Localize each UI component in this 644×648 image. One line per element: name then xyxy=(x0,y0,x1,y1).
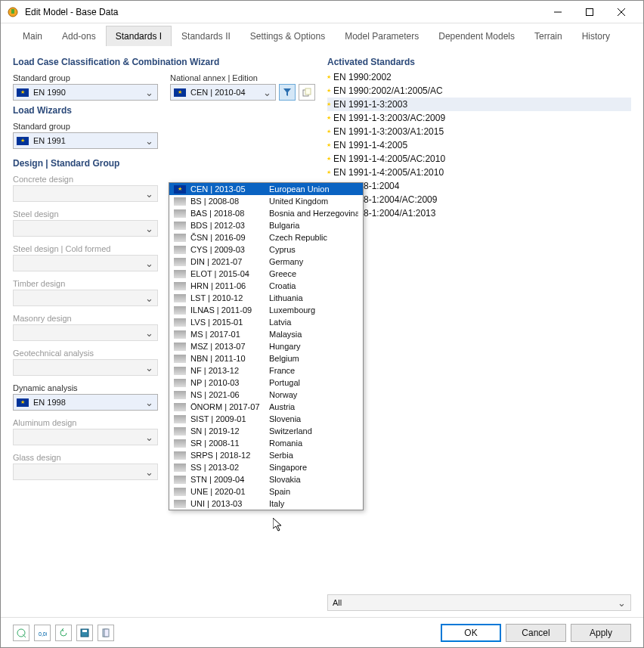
cancel-button[interactable]: Cancel xyxy=(506,624,566,642)
dropdown-item[interactable]: ILNAS | 2011-09Luxembourg xyxy=(169,304,363,316)
design-group-label: Geotechnical analysis xyxy=(13,349,158,358)
activated-standard-item[interactable]: EN 1998-1:2004/AC:2009 xyxy=(327,193,631,206)
minimize-button[interactable] xyxy=(542,1,574,23)
tab-add-ons[interactable]: Add-ons xyxy=(52,26,106,46)
flag-icon xyxy=(174,222,186,230)
tab-main[interactable]: Main xyxy=(13,26,52,46)
activated-standard-item[interactable]: EN 1991-1-3:2003 xyxy=(327,98,631,111)
close-button[interactable] xyxy=(605,1,637,23)
dropdown-item[interactable]: BS | 2008-08United Kingdom xyxy=(169,195,363,207)
dropdown-item[interactable]: SIST | 2009-01Slovenia xyxy=(169,413,363,425)
ok-button[interactable]: OK xyxy=(441,624,501,642)
maximize-button[interactable] xyxy=(574,1,605,23)
chevron-down-icon: ⌄ xyxy=(144,87,154,98)
dropdown-item[interactable]: SR | 2008-11Romania xyxy=(169,437,363,449)
dropdown-item[interactable]: SS | 2013-02Singapore xyxy=(169,461,363,473)
design-group-label: Masonry design xyxy=(13,314,158,323)
dropdown-item[interactable]: UNE | 2020-01Spain xyxy=(169,485,363,498)
annex-dropdown-popup[interactable]: CEN | 2013-05European UnionBS | 2008-08U… xyxy=(169,182,364,510)
dropdown-item[interactable]: BAS | 2018-08Bosnia and Herzegovina xyxy=(169,207,363,219)
tab-model-parameters[interactable]: Model Parameters xyxy=(335,26,429,46)
tab-settings-options[interactable]: Settings & Options xyxy=(240,26,335,46)
eu-flag-icon xyxy=(17,137,29,145)
copy-button[interactable] xyxy=(299,84,315,101)
tab-terrain[interactable]: Terrain xyxy=(525,26,572,46)
eu-flag-icon xyxy=(17,88,29,97)
activated-standard-item[interactable]: EN 1991-1-4:2005/A1:2010 xyxy=(327,166,631,179)
design-group-combo: ⌄ xyxy=(13,290,158,306)
flag-icon xyxy=(174,451,186,460)
chevron-down-icon: ⌄ xyxy=(144,362,154,374)
svg-text:0,00: 0,00 xyxy=(39,631,47,637)
tab-standards-i[interactable]: Standards I xyxy=(106,26,172,46)
dropdown-item[interactable]: CEN | 2013-05European Union xyxy=(169,183,363,195)
lw-standard-combo[interactable]: EN 1991 ⌄ xyxy=(13,132,158,149)
dropdown-item[interactable]: BDS | 2012-03Bulgaria xyxy=(169,219,363,231)
dropdown-item[interactable]: UNI | 2013-03Italy xyxy=(169,498,363,510)
activated-standard-item[interactable]: EN 1990:2002 xyxy=(327,70,631,84)
flag-icon xyxy=(174,330,186,339)
dropdown-item[interactable]: NS | 2021-06Norway xyxy=(169,389,363,401)
svg-rect-14 xyxy=(104,629,109,637)
filter-all-combo[interactable]: All ⌄ xyxy=(327,594,631,611)
dropdown-item[interactable]: ÖNORM | 2017-07Austria xyxy=(169,401,363,413)
chevron-down-icon: ⌄ xyxy=(144,293,154,304)
dropdown-item[interactable]: ELOT | 2015-04Greece xyxy=(169,268,363,280)
tool-default-button[interactable] xyxy=(98,625,114,641)
dropdown-item[interactable]: NBN | 2011-10Belgium xyxy=(169,352,363,364)
tool-save-button[interactable] xyxy=(76,625,93,641)
dropdown-item[interactable]: MS | 2017-01Malaysia xyxy=(169,328,363,340)
dropdown-item[interactable]: HRN | 2011-06Croatia xyxy=(169,280,363,292)
dropdown-item[interactable]: DIN | 2021-07Germany xyxy=(169,256,363,268)
activated-standard-item[interactable]: EN 1991-1-3:2003/AC:2009 xyxy=(327,111,631,125)
chevron-down-icon: ⌄ xyxy=(144,188,154,200)
flag-icon xyxy=(174,427,186,436)
national-annex-combo[interactable]: CEN | 2010-04 ⌄ xyxy=(170,84,276,101)
dropdown-item[interactable]: ČSN | 2016-09Czech Republic xyxy=(169,231,363,243)
dropdown-item[interactable]: CYS | 2009-03Cyprus xyxy=(169,243,363,256)
design-group-combo: ⌄ xyxy=(13,359,158,376)
dropdown-item[interactable]: LVS | 2015-01Latvia xyxy=(169,316,363,328)
dropdown-item[interactable]: MSZ | 2013-07Hungary xyxy=(169,340,363,352)
apply-button[interactable]: Apply xyxy=(571,624,631,642)
flag-icon xyxy=(174,355,186,363)
dropdown-item[interactable]: NP | 2010-03Portugal xyxy=(169,377,363,389)
chevron-down-icon: ⌄ xyxy=(618,597,626,609)
design-group-label: Timber design xyxy=(13,279,158,288)
design-group-label: Concrete design xyxy=(13,175,158,184)
design-group-combo[interactable]: EN 1998⌄ xyxy=(13,394,158,411)
dropdown-item[interactable]: STN | 2009-04Slovakia xyxy=(169,473,363,485)
tab-history[interactable]: History xyxy=(572,26,620,46)
dropdown-item[interactable]: LST | 2010-12Lithuania xyxy=(169,292,363,304)
dropdown-item[interactable]: SRPS | 2018-12Serbia xyxy=(169,449,363,461)
flag-icon xyxy=(174,246,186,254)
svg-rect-1 xyxy=(11,9,14,14)
tool-reset-button[interactable] xyxy=(55,625,72,641)
design-group-label: Glass design xyxy=(13,453,158,462)
activated-standard-item[interactable]: EN 1990:2002/A1:2005/AC xyxy=(327,84,631,98)
national-annex-label: National annex | Edition xyxy=(170,73,315,82)
filter-button[interactable] xyxy=(279,84,296,101)
tool-units-button[interactable]: 0,00 xyxy=(34,625,51,641)
chevron-down-icon: ⌄ xyxy=(262,87,272,98)
activated-standard-item[interactable]: EN 1991-1-4:2005/AC:2010 xyxy=(327,152,631,166)
flag-icon xyxy=(174,258,186,266)
activated-standard-item[interactable]: EN 1998-1:2004 xyxy=(327,179,631,193)
dropdown-item[interactable]: SN | 2019-12Switzerland xyxy=(169,425,363,437)
activated-standard-item[interactable]: EN 1991-1-4:2005 xyxy=(327,138,631,152)
app-icon xyxy=(7,6,19,18)
flag-icon xyxy=(174,282,186,290)
activated-standard-item[interactable]: EN 1991-1-3:2003/A1:2015 xyxy=(327,125,631,138)
flag-icon xyxy=(174,415,186,423)
flag-icon xyxy=(174,391,186,399)
standard-group-combo[interactable]: EN 1990 ⌄ xyxy=(13,84,158,101)
chevron-down-icon: ⌄ xyxy=(144,397,154,408)
flag-icon xyxy=(174,185,186,194)
dropdown-item[interactable]: NF | 2013-12France xyxy=(169,364,363,377)
flag-icon xyxy=(174,234,186,242)
activated-standard-item[interactable]: EN 1998-1:2004/A1:2013 xyxy=(327,206,631,220)
flag-icon xyxy=(174,488,186,496)
tab-standards-ii[interactable]: Standards II xyxy=(172,26,240,46)
tool-help-button[interactable] xyxy=(13,625,29,641)
tab-dependent-models[interactable]: Dependent Models xyxy=(429,26,525,46)
